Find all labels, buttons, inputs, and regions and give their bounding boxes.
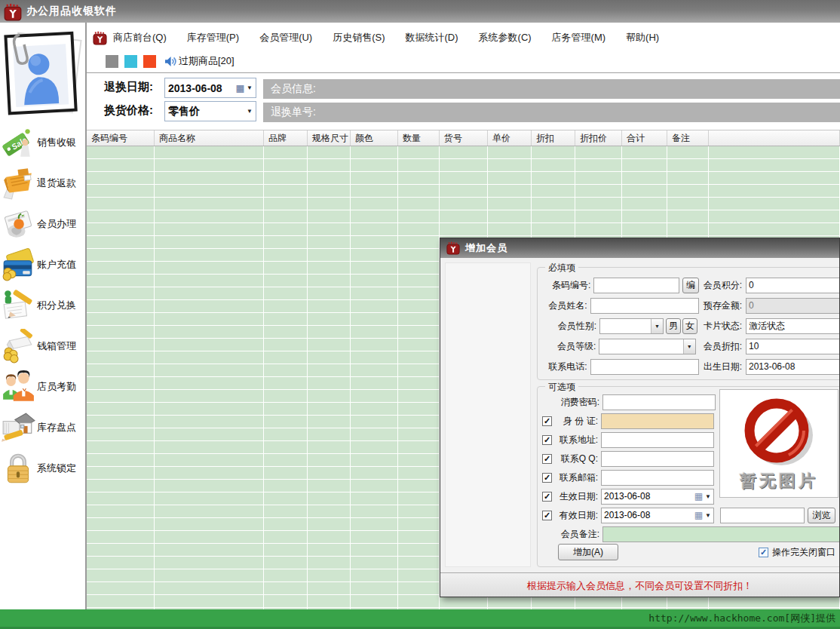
valid-date-picker[interactable]: 2013-06-08 ▦ ▼: [601, 508, 714, 523]
password-input[interactable]: [602, 394, 716, 410]
dialog-hint: 根据提示输入会员信息，不同会员可设置不同折扣！: [527, 579, 753, 593]
member-note-input[interactable]: [602, 526, 840, 542]
menu-item[interactable]: 商店前台(Q): [113, 31, 167, 44]
male-button[interactable]: 男: [666, 318, 681, 334]
table-header-cell[interactable]: 折扣价: [575, 130, 622, 146]
orange-swatch[interactable]: [143, 55, 156, 68]
sidebar-items: Sale销售收银退货返款会员办理账户充值积分兑换钱箱管理店员考勤库存盘点系统锁定: [0, 122, 85, 489]
card-status-input[interactable]: [746, 318, 840, 334]
menu-bar: 商店前台(Q)库存管理(P)会员管理(U)历史销售(S)数据统计(D)系统参数(…: [87, 29, 679, 47]
menu-item[interactable]: 历史销售(S): [333, 31, 385, 44]
sidebar-item-stocktake[interactable]: 库存盘点: [0, 407, 85, 448]
required-legend: 必填项: [545, 262, 578, 275]
sidebar-item-points[interactable]: 积分兑换: [0, 285, 85, 326]
stocktake-icon: [1, 410, 35, 445]
table-header-cell[interactable]: 品牌: [264, 130, 308, 146]
email-input[interactable]: [601, 470, 714, 486]
address-input[interactable]: [601, 432, 714, 448]
address-checkbox[interactable]: [542, 435, 552, 445]
password-label: 消费密码:: [542, 396, 599, 409]
price-mode-select[interactable]: 零售价 ▼: [164, 101, 256, 121]
table-header-cell[interactable]: 单价: [488, 130, 532, 146]
lock-icon: [1, 451, 35, 486]
qq-checkbox[interactable]: [542, 454, 552, 464]
cyan-swatch[interactable]: [124, 55, 137, 68]
menu-item[interactable]: 店务管理(M): [552, 31, 606, 44]
sale-tag-icon: Sale: [1, 125, 35, 160]
speaker-icon[interactable]: [164, 55, 176, 68]
member-name-input[interactable]: [590, 298, 699, 314]
no-image-text: 暂无图片: [720, 470, 838, 492]
idcard-input[interactable]: [601, 413, 714, 429]
chevron-down-icon: ▼: [705, 493, 711, 500]
menu-item[interactable]: 帮助(H): [626, 31, 659, 44]
barcode-input[interactable]: [593, 278, 679, 293]
qq-input[interactable]: [601, 451, 714, 467]
table-header-cell[interactable]: 规格尺寸: [308, 130, 351, 146]
points-input[interactable]: [746, 278, 840, 293]
member-level-select[interactable]: ▼: [599, 339, 696, 354]
effective-date-picker[interactable]: 2013-06-08 ▦ ▼: [601, 489, 714, 505]
edit-barcode-button[interactable]: 编: [682, 278, 698, 293]
sidebar-item-recharge[interactable]: 账户充值: [0, 244, 85, 285]
discount-input[interactable]: [746, 339, 840, 354]
table-header-cell[interactable]: 数量: [398, 130, 440, 146]
app-logo-icon: [4, 3, 22, 21]
dialog-title-bar[interactable]: 增加会员: [440, 238, 839, 258]
sidebar-item-label: 系统锁定: [37, 462, 76, 475]
sidebar-item-refund[interactable]: 退货返款: [0, 163, 85, 204]
gray-swatch[interactable]: [106, 55, 118, 68]
phone-input[interactable]: [590, 359, 699, 375]
menu-item[interactable]: 会员管理(U): [259, 31, 312, 44]
expired-goods-label[interactable]: 过期商品[20]: [179, 54, 235, 68]
window-title: 办公用品收银软件: [26, 5, 117, 18]
return-date-picker[interactable]: 2013-06-08 ▦ ▼: [164, 78, 256, 98]
table-column: [351, 146, 398, 609]
photo-frame-icon: [2, 26, 83, 118]
sidebar: Sale销售收银退货返款会员办理账户充值积分兑换钱箱管理店员考勤库存盘点系统锁定: [0, 23, 87, 609]
email-label: 联系邮箱:: [552, 471, 598, 484]
email-checkbox[interactable]: [542, 473, 552, 483]
valid-date-checkbox[interactable]: [542, 511, 552, 520]
sidebar-item-label: 退货返款: [37, 176, 76, 190]
idcard-checkbox[interactable]: [542, 416, 552, 426]
table-header-cell[interactable]: 条码编号: [87, 130, 155, 146]
menu-item[interactable]: 数据统计(D): [406, 31, 458, 44]
table-header-cell[interactable]: 商品名称: [155, 130, 264, 146]
chevron-down-icon: ▼: [247, 108, 253, 115]
footer-bar: http://www.hackhome.com[网侠]提供: [0, 609, 840, 629]
items-table-header: 条码编号商品名称品牌规格尺寸颜色数量货号单价折扣折扣价合计备注: [87, 130, 840, 146]
add-member-dialog: 增加会员 必填项 条码编号: 编 会员积分: 会员姓名: 预存金额: 会员性别:…: [440, 238, 840, 597]
table-header-cell[interactable]: 折扣: [532, 130, 575, 146]
return-date-value: 2013-06-08: [168, 82, 236, 94]
menu-item[interactable]: 系统参数(C): [479, 31, 532, 44]
phone-label: 联系电话:: [542, 361, 587, 373]
birthday-input[interactable]: [746, 359, 840, 375]
table-header-cell[interactable]: 合计: [622, 130, 667, 146]
image-path-input[interactable]: [720, 508, 805, 523]
female-button[interactable]: 女: [682, 318, 697, 334]
sidebar-item-lock[interactable]: 系统锁定: [0, 448, 85, 489]
effective-date-checkbox[interactable]: [542, 492, 552, 502]
member-photo-placeholder: 暂无图片: [719, 389, 838, 498]
table-header-cell[interactable]: 备注: [667, 130, 709, 146]
sidebar-item-label: 销售收银: [37, 136, 76, 149]
sidebar-item-member[interactable]: 会员办理: [0, 204, 85, 244]
sidebar-item-sale[interactable]: Sale销售收银: [0, 122, 85, 163]
toolbar: 过期商品[20]: [87, 51, 235, 71]
browse-button[interactable]: 浏览: [808, 508, 835, 523]
menu-item[interactable]: 库存管理(P): [187, 31, 239, 44]
table-header-cell[interactable]: 货号: [440, 130, 488, 146]
add-button[interactable]: 增加(A): [558, 544, 618, 560]
price-mode-value: 零售价: [168, 105, 244, 118]
sidebar-item-attendance[interactable]: 店员考勤: [0, 367, 85, 407]
sidebar-item-cashbox[interactable]: 钱箱管理: [0, 326, 85, 367]
price-mode-label: 换货价格:: [104, 103, 153, 118]
table-header-cell[interactable]: 颜色: [351, 130, 398, 146]
points-pencil-icon: [1, 288, 35, 323]
toolbar-swatches: [87, 55, 156, 68]
member-info-label: 会员信息:: [271, 82, 316, 96]
close-after-checkbox[interactable]: [759, 548, 768, 557]
gender-select[interactable]: ▼: [599, 318, 664, 334]
discount-label: 会员折扣:: [701, 340, 742, 353]
